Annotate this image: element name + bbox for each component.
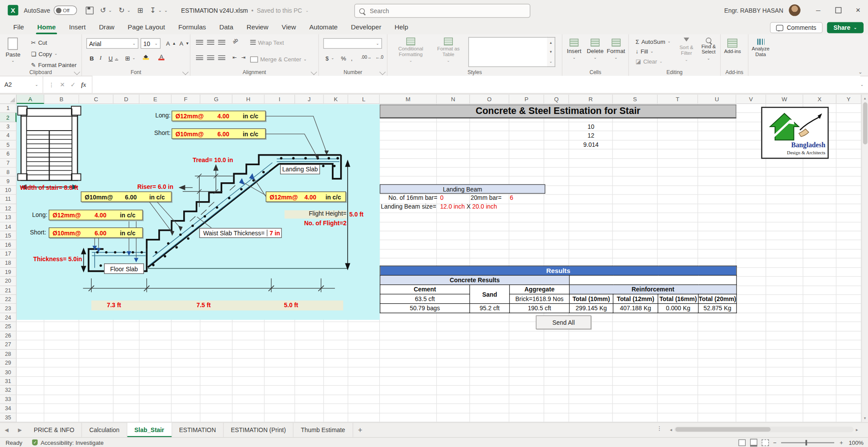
gallery-more-icon[interactable]: ⌄ — [549, 60, 552, 64]
row-header-6[interactable]: 6 — [0, 149, 17, 159]
sheet-tab-calculation[interactable]: Calculation — [82, 423, 127, 437]
row-header-21[interactable]: 21 — [0, 286, 17, 295]
sheet-tab-thumb-estimate[interactable]: Thumb Estimate — [294, 423, 353, 437]
ribbon-tab-formulas[interactable]: Formulas — [172, 21, 213, 34]
column-header-O[interactable]: O — [470, 95, 509, 104]
ribbon-tab-insert[interactable]: Insert — [62, 21, 92, 34]
expand-formula-bar-icon[interactable]: ⌄ — [860, 82, 863, 87]
format-cells-button[interactable]: Format ⌄ — [607, 39, 625, 60]
find-select-button[interactable]: Find & Select ⌄ — [697, 38, 720, 61]
name-box-splitter[interactable]: ⋮ — [49, 82, 54, 88]
row-header-15[interactable]: 15 — [0, 231, 17, 241]
cement-cft-cell[interactable]: 63.5 cft — [380, 294, 470, 303]
percent-button[interactable]: % — [339, 54, 349, 62]
increase-decimal-button[interactable]: .00→ — [359, 54, 374, 60]
font-size-select[interactable]: 10 ⌄ — [141, 38, 160, 49]
search-box[interactable] — [354, 4, 530, 18]
sheet-tab-estimation[interactable]: ESTIMATION — [172, 423, 224, 437]
align-top-icon[interactable] — [196, 40, 203, 46]
format-painter-button[interactable]: ✎ Format Painter — [29, 61, 79, 69]
side-value[interactable]: 12 — [569, 131, 613, 140]
copy-button[interactable]: ❏ Copy ⌄ — [29, 50, 60, 58]
page-layout-view-icon[interactable] — [750, 439, 757, 447]
row-header-32[interactable]: 32 — [0, 386, 17, 395]
comma-button[interactable]: , — [349, 54, 355, 62]
row-header-8[interactable]: 8 — [0, 168, 17, 177]
column-header-S[interactable]: S — [613, 95, 658, 104]
row-header-5[interactable]: 5 — [0, 140, 17, 149]
sort-filter-button[interactable]: Sort & Filter ⌄ — [676, 38, 698, 62]
excel-logo-icon[interactable]: X — [8, 5, 18, 15]
scroll-up-icon[interactable]: ▴ — [862, 95, 868, 101]
column-header-D[interactable]: D — [114, 95, 139, 104]
zoom-slider[interactable] — [781, 442, 834, 443]
insert-cells-button[interactable]: Insert ⌄ — [567, 39, 581, 60]
align-left-icon[interactable] — [196, 55, 203, 61]
merge-center-button[interactable]: Merge & Center ⌄ — [248, 55, 309, 63]
row-header-11[interactable]: 11 — [0, 195, 17, 204]
new-sheet-button[interactable]: ＋ — [353, 423, 367, 437]
column-header-N[interactable]: N — [437, 95, 470, 104]
font-color-button[interactable]: A — [156, 53, 167, 61]
close-button[interactable]: ✕ — [848, 0, 868, 21]
addins-button[interactable]: Add-ins — [724, 39, 741, 54]
column-header-Q[interactable]: Q — [544, 95, 569, 104]
column-header-R[interactable]: R — [569, 95, 613, 104]
gallery-up-icon[interactable]: ▴ — [550, 40, 551, 45]
beam-size-value[interactable]: 12.0 inch X 20.0 inch — [440, 203, 497, 209]
tabbar-kebab-icon[interactable]: ⋮ — [657, 426, 662, 432]
autosum-button[interactable]: Σ AutoSum ⌄ — [633, 38, 673, 46]
clear-button[interactable]: ◪ Clear ⌄ — [633, 57, 665, 65]
total-20mm-cell[interactable]: 52.875 Kg — [698, 304, 736, 313]
column-header-U[interactable]: U — [698, 95, 736, 104]
row-header-19[interactable]: 19 — [0, 268, 17, 277]
column-header-G[interactable]: G — [200, 95, 232, 104]
row-header-26[interactable]: 26 — [0, 331, 17, 341]
select-all-button[interactable] — [0, 95, 17, 104]
column-header-V[interactable]: V — [736, 95, 766, 104]
row-header-1[interactable]: 1 — [0, 104, 17, 113]
row-header-4[interactable]: 4 — [0, 131, 17, 141]
row-header-13[interactable]: 13 — [0, 213, 17, 222]
redo-button[interactable]: ↻ — [119, 6, 125, 14]
search-input[interactable] — [369, 7, 504, 15]
row-header-24[interactable]: 24 — [0, 313, 17, 323]
align-right-icon[interactable] — [218, 55, 225, 61]
delete-cells-button[interactable]: Delete ⌄ — [587, 39, 604, 60]
horizontal-scrollbar[interactable]: ◂ ▸ — [670, 426, 858, 433]
ribbon-tab-view[interactable]: View — [275, 21, 302, 34]
italic-button[interactable]: I — [97, 54, 104, 61]
row-header-28[interactable]: 28 — [0, 350, 17, 359]
ribbon-tab-draw[interactable]: Draw — [92, 21, 121, 34]
aggregate-cft-cell[interactable]: 190.5 cft — [509, 304, 569, 313]
column-header-F[interactable]: F — [171, 95, 200, 104]
align-middle-icon[interactable] — [207, 40, 214, 46]
accessibility-status[interactable]: Accessibility: Investigate — [41, 439, 104, 446]
redo-chevron-icon[interactable]: ⌄ — [127, 8, 130, 13]
column-header-P[interactable]: P — [509, 95, 544, 104]
row-header-31[interactable]: 31 — [0, 377, 17, 386]
row-header-3[interactable]: 3 — [0, 122, 17, 131]
document-title[interactable]: ESTIMATION v24U.xlsm • Saved to this PC … — [181, 7, 309, 14]
scroll-down-icon[interactable]: ▾ — [862, 416, 868, 421]
row-header-7[interactable]: 7 — [0, 159, 17, 168]
column-header-K[interactable]: K — [324, 95, 349, 104]
row-header-30[interactable]: 30 — [0, 368, 17, 377]
row-header-22[interactable]: 22 — [0, 295, 17, 304]
name-box[interactable]: A2 ⌄ — [0, 76, 43, 93]
column-header-H[interactable]: H — [232, 95, 264, 104]
column-header-L[interactable]: L — [348, 95, 380, 104]
save-icon[interactable] — [85, 7, 93, 14]
ribbon-tab-review[interactable]: Review — [240, 21, 275, 34]
fill-color-button[interactable]: ◆ — [141, 53, 151, 60]
borders-button[interactable]: ⊞⌄ — [123, 54, 138, 62]
comments-button[interactable]: Comments — [770, 22, 822, 33]
column-header-A[interactable]: A — [17, 95, 44, 104]
bold-button[interactable]: B — [88, 54, 96, 62]
ribbon-tab-data[interactable]: Data — [213, 21, 240, 34]
total-12mm-cell[interactable]: 407.188 Kg — [613, 304, 658, 313]
font-family-select[interactable]: Arial ⌄ — [86, 38, 139, 49]
vertical-scrollbar[interactable]: ▴ ▾ — [861, 95, 868, 422]
currency-button[interactable]: $⌄ — [323, 54, 336, 62]
brick-cell[interactable]: Brick=1618.9 Nos — [509, 294, 569, 303]
